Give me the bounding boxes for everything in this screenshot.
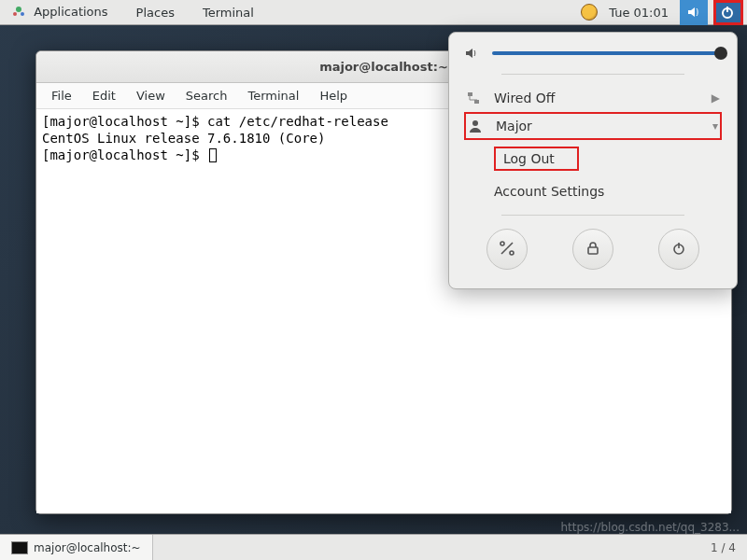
power-icon bbox=[671, 241, 686, 259]
user-label: Major bbox=[496, 119, 699, 133]
gnome-foot-icon bbox=[11, 5, 26, 20]
top-panel: Applications Places Terminal Tue 01:01 bbox=[0, 0, 747, 25]
speaker-icon bbox=[464, 46, 479, 61]
terminal-cursor bbox=[209, 148, 217, 162]
menu-terminal[interactable]: Terminal bbox=[238, 85, 308, 106]
user-item[interactable]: Major ▾ bbox=[464, 112, 722, 140]
menu-search[interactable]: Search bbox=[176, 85, 237, 106]
divider bbox=[501, 215, 684, 216]
window-title: major@localhost:~ bbox=[319, 60, 448, 74]
volume-slider[interactable] bbox=[492, 51, 722, 55]
user-icon bbox=[468, 119, 483, 133]
settings-button[interactable] bbox=[486, 229, 528, 270]
datetime-label[interactable]: Tue 01:01 bbox=[603, 2, 674, 23]
bottom-taskbar: major@localhost:~ 1 / 4 bbox=[0, 534, 747, 560]
menu-view[interactable]: View bbox=[127, 85, 175, 106]
taskbar-label: major@localhost:~ bbox=[34, 541, 141, 554]
clock-icon bbox=[581, 4, 598, 21]
svg-rect-6 bbox=[474, 100, 479, 104]
svg-point-8 bbox=[500, 242, 504, 245]
logout-item[interactable]: Log Out bbox=[464, 140, 722, 177]
network-wired-icon bbox=[466, 91, 481, 105]
svg-point-0 bbox=[16, 7, 21, 12]
terminal-line: [major@localhost ~]$ bbox=[42, 147, 207, 162]
terminal-line: CentOS Linux release 7.6.1810 (Core) bbox=[42, 131, 325, 146]
power-button[interactable] bbox=[658, 229, 699, 270]
lock-button[interactable] bbox=[572, 229, 613, 270]
menu-help[interactable]: Help bbox=[310, 85, 357, 106]
network-label: Wired Off bbox=[494, 91, 698, 105]
annotation-power-highlight bbox=[713, 0, 743, 25]
terminal-icon bbox=[11, 541, 28, 554]
svg-rect-10 bbox=[588, 247, 598, 254]
terminal-menu[interactable]: Terminal bbox=[197, 2, 260, 23]
network-item[interactable]: Wired Off ▶ bbox=[464, 84, 722, 112]
svg-point-9 bbox=[510, 251, 514, 255]
applications-menu[interactable]: Applications bbox=[6, 1, 114, 24]
svg-point-7 bbox=[472, 120, 478, 126]
terminal-line: [major@localhost ~]$ cat /etc/redhat-rel… bbox=[42, 114, 388, 129]
volume-row bbox=[464, 46, 722, 61]
action-buttons bbox=[464, 229, 722, 270]
divider bbox=[501, 74, 684, 75]
chevron-down-icon: ▾ bbox=[712, 119, 718, 133]
svg-rect-5 bbox=[468, 92, 472, 96]
volume-status-icon[interactable] bbox=[680, 0, 708, 25]
tools-icon bbox=[499, 240, 515, 259]
svg-point-1 bbox=[13, 12, 17, 16]
taskbar-terminal-item[interactable]: major@localhost:~ bbox=[0, 535, 153, 560]
lock-icon bbox=[585, 241, 600, 259]
applications-label: Applications bbox=[34, 5, 107, 19]
menu-edit[interactable]: Edit bbox=[83, 85, 125, 106]
account-settings-label: Account Settings bbox=[494, 184, 604, 199]
logout-label: Log Out bbox=[494, 147, 579, 171]
account-settings-item[interactable]: Account Settings bbox=[464, 177, 722, 205]
chevron-right-icon: ▶ bbox=[712, 91, 720, 105]
system-status-popover: Wired Off ▶ Major ▾ Log Out Account Sett… bbox=[448, 32, 738, 289]
menu-file[interactable]: File bbox=[42, 85, 81, 106]
watermark-text: https://blog.csdn.net/qq_3283... bbox=[560, 521, 740, 534]
workspace-pager[interactable]: 1 / 4 bbox=[699, 541, 747, 554]
volume-thumb[interactable] bbox=[714, 47, 727, 60]
places-menu[interactable]: Places bbox=[131, 2, 180, 23]
svg-point-2 bbox=[21, 12, 24, 16]
